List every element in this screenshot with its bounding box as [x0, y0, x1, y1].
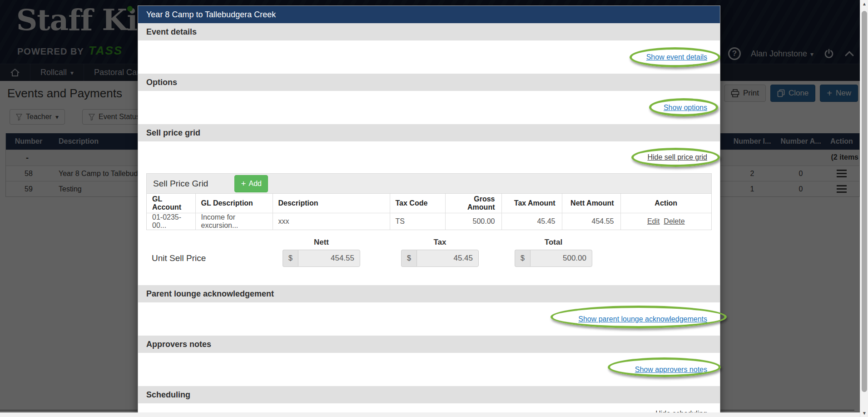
cell-tax-code: TS	[390, 213, 445, 230]
screen: Staff Kiosk POWERED BYTASS ? Alan Johnst…	[0, 0, 868, 417]
scroll-down-arrow-icon[interactable]: ▼	[860, 409, 868, 417]
cell-description: xxx	[273, 213, 390, 230]
col-action: Action	[620, 194, 711, 213]
nett-amount-group: $	[283, 250, 360, 267]
scroll-up-arrow-icon[interactable]: ▲	[860, 0, 868, 8]
event-modal: Year 8 Camp to Tallebudgera Creek Event …	[138, 5, 720, 417]
currency-addon: $	[401, 250, 417, 267]
add-button-label: Add	[249, 180, 262, 188]
annotation-ellipse-options	[649, 98, 718, 116]
cell-gl-account: 01-0235-00...	[147, 213, 195, 230]
sell-price-grid-panel: Sell Price Grid + Add GL Account GL Desc…	[146, 173, 712, 230]
section-options: Options	[138, 74, 720, 91]
cell-nett-amount: 454.55	[562, 213, 620, 230]
section-event-details: Event details	[138, 23, 720, 40]
annotation-ellipse-sell-grid	[631, 148, 720, 167]
cell-tax-amount: 45.45	[501, 213, 562, 230]
section-approvers-notes: Approvers notes	[138, 336, 720, 353]
annotation-ellipse-parent-lounge	[551, 306, 727, 328]
total-amount-group: $	[515, 250, 592, 267]
sell-price-grid-panel-header: Sell Price Grid + Add	[147, 174, 711, 194]
options-link-row: Show options	[138, 91, 720, 124]
col-gross-amount: Gross Amount	[445, 194, 501, 213]
cell-actions: Edit Delete	[620, 213, 711, 230]
sell-price-grid-panel-title: Sell Price Grid	[153, 179, 208, 189]
sell-price-table-header: GL Account GL Description Description Ta…	[147, 194, 711, 213]
annotation-ellipse-event-details	[630, 47, 720, 67]
sell-price-row: 01-0235-00... Income for excursion... xx…	[147, 213, 711, 230]
cell-gross-amount: 500.00	[445, 213, 501, 230]
delete-link[interactable]: Delete	[664, 217, 684, 225]
modal-title: Year 8 Camp to Tallebudgera Creek	[138, 6, 720, 23]
annotation-ellipse-approvers-notes	[608, 357, 721, 377]
horizontal-scrollbar[interactable]	[0, 412, 860, 417]
add-sell-price-button[interactable]: + Add	[234, 175, 268, 192]
tax-amount-input	[417, 250, 479, 267]
nett-amount-input	[298, 250, 360, 267]
total-amount-input	[530, 250, 592, 267]
edit-link[interactable]: Edit	[647, 217, 660, 225]
scrollbar-thumb[interactable]	[862, 11, 867, 392]
section-sell-price-grid: Sell price grid	[138, 124, 720, 141]
currency-addon: $	[283, 250, 298, 267]
vertical-scrollbar[interactable]: ▲ ▼	[860, 0, 868, 417]
sell-price-table: GL Account GL Description Description Ta…	[147, 194, 711, 230]
col-gl-description: GL Description	[195, 194, 273, 213]
nett-label: Nett	[283, 238, 360, 247]
section-parent-lounge: Parent lounge acknowledgement	[138, 285, 720, 302]
cell-gl-description: Income for excursion...	[195, 213, 273, 230]
col-gl-account: GL Account	[147, 194, 195, 213]
unit-sell-price-label: Unit Sell Price	[152, 253, 206, 263]
tax-label: Tax	[401, 238, 479, 247]
plus-icon: +	[241, 179, 246, 189]
col-nett-amount: Nett Amount	[562, 194, 620, 213]
section-scheduling: Scheduling	[138, 386, 720, 403]
tax-amount-group: $	[401, 250, 479, 267]
currency-addon: $	[515, 250, 530, 267]
col-description: Description	[273, 194, 390, 213]
col-tax-code: Tax Code	[390, 194, 445, 213]
total-label: Total	[515, 238, 592, 247]
col-tax-amount: Tax Amount	[501, 194, 562, 213]
sell-price-grid-section: Hide sell price grid Sell Price Grid + A…	[138, 141, 720, 285]
